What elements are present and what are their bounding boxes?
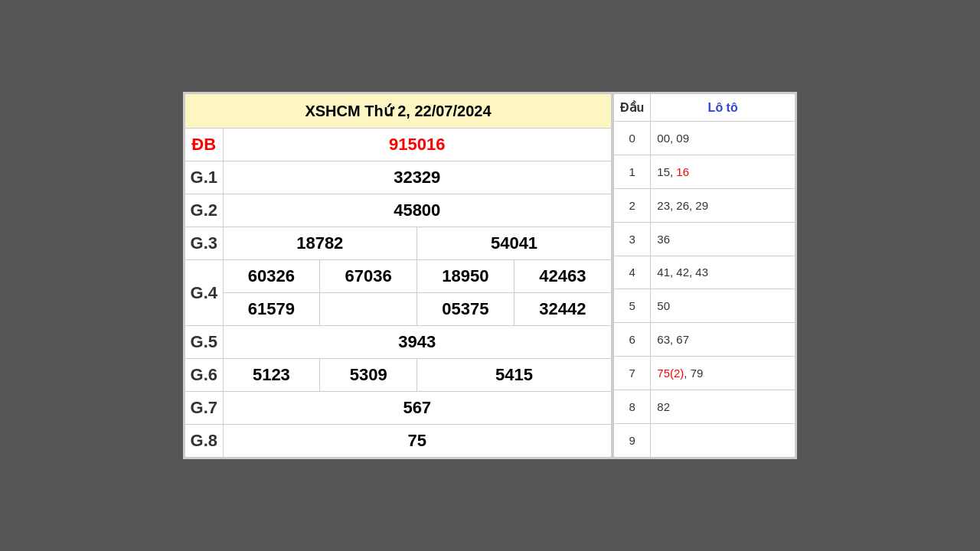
loto-value: 36 <box>651 222 795 256</box>
row-value: 18950 <box>417 260 514 293</box>
table-title: XSHCM Thứ 2, 22/07/2024 <box>185 93 612 129</box>
db-label: ĐB <box>185 129 223 161</box>
table-row: G.875 <box>185 425 612 458</box>
loto-row: 115, 16 <box>613 155 795 188</box>
table-row: G.6512353095415 <box>185 359 612 392</box>
row-label: G.1 <box>185 161 223 194</box>
row-value: 54041 <box>417 227 612 260</box>
loto-dau: 2 <box>613 188 651 222</box>
loto-header-dau: Đầu <box>613 93 651 122</box>
loto-dau: 1 <box>613 155 651 188</box>
row-value: 567 <box>223 392 612 425</box>
loto-row: 441, 42, 43 <box>613 256 795 289</box>
table-row: G.31878254041 <box>185 227 612 260</box>
loto-dau: 3 <box>613 222 651 256</box>
loto-dau: 8 <box>613 390 651 424</box>
loto-dau: 7 <box>613 357 651 390</box>
loto-dau: 9 <box>613 423 651 458</box>
row-value: 18782 <box>223 227 417 260</box>
loto-value: 50 <box>651 289 795 323</box>
table-row: G.245800 <box>185 194 612 227</box>
loto-row: 336 <box>613 222 795 256</box>
row-label: G.5 <box>185 326 223 359</box>
row-label: G.6 <box>185 359 223 392</box>
row-value <box>320 293 417 326</box>
loto-value: 75(2), 79 <box>651 357 795 390</box>
table-row: 615790537532442 <box>185 293 612 326</box>
table-row: ĐB915016 <box>185 129 612 161</box>
table-row: G.7567 <box>185 392 612 425</box>
row-value: 45800 <box>223 194 612 227</box>
row-value: 3943 <box>223 326 612 359</box>
row-value: 05375 <box>417 293 514 326</box>
loto-table: Đầu Lô tô 000, 09115, 16223, 26, 2933644… <box>612 93 796 458</box>
row-value: 67036 <box>320 260 417 293</box>
table-row: G.460326670361895042463 <box>185 260 612 293</box>
table-row: G.53943 <box>185 326 612 359</box>
loto-value: 15, 16 <box>651 155 795 188</box>
loto-row: 882 <box>613 390 795 424</box>
row-value: 32442 <box>514 293 612 326</box>
loto-dau: 6 <box>613 323 651 357</box>
row-label: G.8 <box>185 425 223 458</box>
row-value: 5309 <box>320 359 417 392</box>
loto-header-loto: Lô tô <box>651 93 795 122</box>
row-value: 5123 <box>223 359 320 392</box>
loto-value: 63, 67 <box>651 323 795 357</box>
loto-row: 9 <box>613 423 795 458</box>
loto-row: 000, 09 <box>613 122 795 155</box>
table-row: G.132329 <box>185 161 612 194</box>
loto-dau: 4 <box>613 256 651 289</box>
row-value: 42463 <box>514 260 612 293</box>
row-value: 5415 <box>417 359 612 392</box>
loto-value: 00, 09 <box>651 122 795 155</box>
loto-value: 41, 42, 43 <box>651 256 795 289</box>
row-label: G.4 <box>185 260 223 326</box>
row-value: 60326 <box>223 260 320 293</box>
loto-value: 82 <box>651 390 795 424</box>
loto-value <box>651 423 795 458</box>
loto-row: 663, 67 <box>613 323 795 357</box>
db-value: 915016 <box>223 129 612 161</box>
loto-dau: 5 <box>613 289 651 323</box>
loto-row: 775(2), 79 <box>613 357 795 390</box>
main-results-table: XSHCM Thứ 2, 22/07/2024 ĐB915016G.132329… <box>184 93 612 458</box>
row-label: G.7 <box>185 392 223 425</box>
row-label: G.2 <box>185 194 223 227</box>
loto-dau: 0 <box>613 122 651 155</box>
row-label: G.3 <box>185 227 223 260</box>
row-value: 32329 <box>223 161 612 194</box>
loto-row: 550 <box>613 289 795 323</box>
row-value: 75 <box>223 425 612 458</box>
loto-row: 223, 26, 29 <box>613 188 795 222</box>
row-value: 61579 <box>223 293 320 326</box>
loto-value: 23, 26, 29 <box>651 188 795 222</box>
